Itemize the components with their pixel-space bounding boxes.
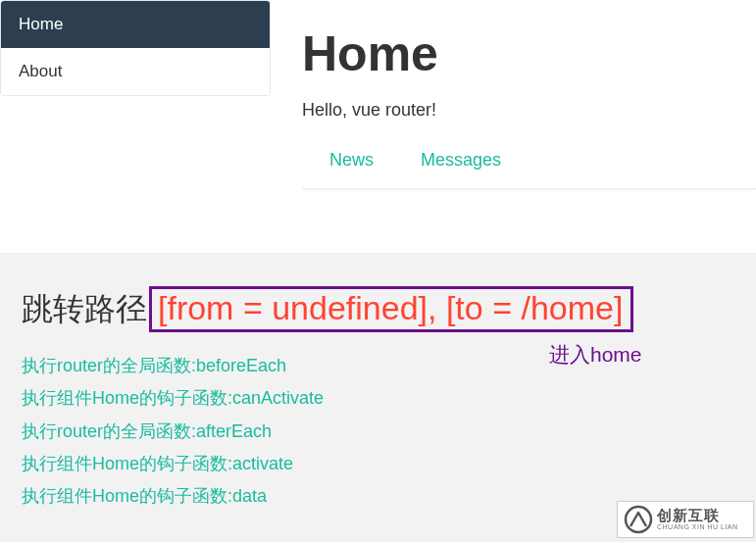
route-path-text: [from = undefined], [to = /home]	[158, 289, 623, 326]
sidebar-item-about[interactable]: About	[1, 48, 270, 95]
greeting-text: Hello, vue router!	[302, 100, 756, 121]
watermark-brand: 创新互联	[657, 508, 738, 524]
sidebar: Home About	[0, 0, 271, 96]
log-line: 执行组件Home的钩子函数:canActivate	[22, 382, 734, 415]
sidebar-item-home[interactable]: Home	[1, 1, 270, 48]
watermark-sub: CHUANG XIN HU LIAN	[657, 523, 738, 531]
page-title: Home	[302, 25, 756, 82]
route-path-box: [from = undefined], [to = /home]	[149, 286, 633, 332]
watermark-text: 创新互联 CHUANG XIN HU LIAN	[657, 508, 738, 531]
subtab-bar: News Messages	[302, 150, 756, 189]
logo-icon	[624, 505, 653, 534]
log-panel: 跳转路径 [from = undefined], [to = /home] 进入…	[0, 253, 756, 542]
tab-messages[interactable]: Messages	[421, 150, 501, 171]
log-lines: 执行router的全局函数:beforeEach 执行组件Home的钩子函数:c…	[22, 350, 734, 513]
watermark-badge: 创新互联 CHUANG XIN HU LIAN	[617, 501, 754, 538]
main-content: Home Hello, vue router! News Messages	[271, 0, 756, 189]
log-line: 执行组件Home的钩子函数:activate	[22, 448, 734, 480]
log-line: 执行router的全局函数:afterEach	[22, 416, 734, 448]
tab-news[interactable]: News	[329, 150, 374, 171]
enter-home-note: 进入home	[549, 341, 642, 369]
route-row: 跳转路径 [from = undefined], [to = /home]	[22, 286, 734, 332]
top-region: Home About Home Hello, vue router! News …	[0, 0, 756, 189]
route-label: 跳转路径	[22, 288, 147, 331]
svg-point-0	[626, 507, 651, 532]
